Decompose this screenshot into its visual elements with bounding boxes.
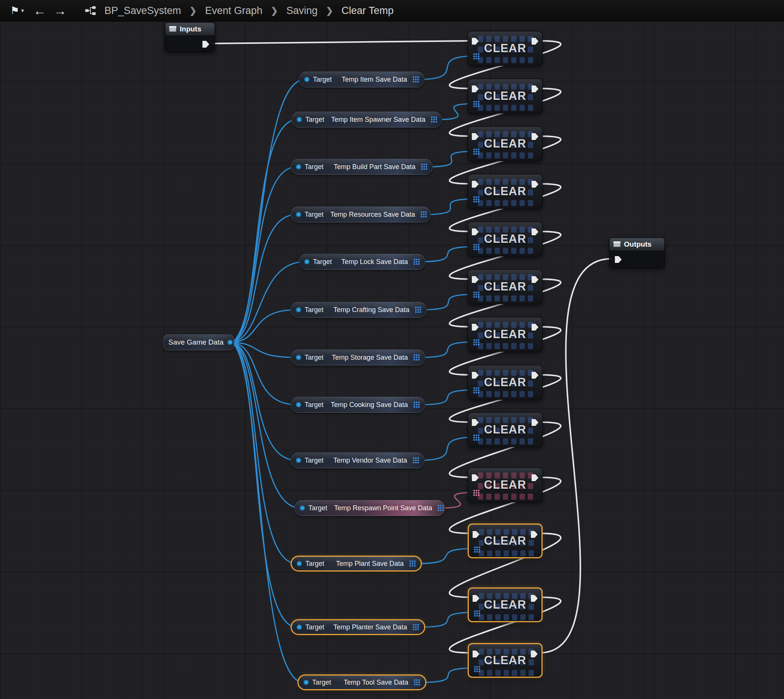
data-wire[interactable] bbox=[229, 342, 300, 508]
exec-out-pin[interactable] bbox=[202, 41, 209, 48]
target-in-pin[interactable] bbox=[304, 259, 310, 264]
exec-wire[interactable] bbox=[213, 41, 471, 43]
target-in-pin[interactable] bbox=[297, 624, 302, 630]
data-out-pin[interactable] bbox=[227, 340, 233, 345]
outputs-node-title: Outputs bbox=[624, 240, 651, 248]
clear-array-node-8[interactable]: CLEAR bbox=[468, 412, 543, 447]
clear-array-node-3[interactable]: CLEAR bbox=[468, 174, 543, 209]
clear-array-node-7[interactable]: CLEAR bbox=[468, 365, 543, 400]
target-in-pin[interactable] bbox=[297, 117, 302, 122]
target-pin-label: Target bbox=[305, 306, 323, 314]
get-temp-respawn-point-save-data[interactable]: Target Temp Respawn Point Save Data bbox=[294, 500, 445, 516]
save-game-data-node[interactable]: Save Game Data bbox=[164, 335, 234, 350]
clear-array-node-6[interactable]: CLEAR bbox=[468, 317, 543, 352]
clear-array-node-5[interactable]: CLEAR bbox=[468, 269, 543, 304]
clear-array-node-11[interactable]: CLEAR bbox=[468, 587, 543, 622]
array-out-pin[interactable] bbox=[409, 561, 416, 567]
target-in-pin[interactable] bbox=[303, 680, 309, 685]
array-out-pin[interactable] bbox=[414, 679, 420, 686]
variable-name: Temp Storage Save Data bbox=[332, 354, 408, 362]
array-out-pin[interactable] bbox=[414, 354, 420, 361]
clear-array-node-1[interactable]: CLEAR bbox=[468, 79, 543, 113]
clear-node-title: CLEAR bbox=[468, 468, 542, 502]
get-temp-resources-save-data[interactable]: Target Temp Resources Save Data bbox=[291, 207, 431, 222]
data-wire[interactable] bbox=[229, 119, 297, 342]
array-out-pin[interactable] bbox=[413, 76, 419, 83]
clear-array-node-0[interactable]: CLEAR bbox=[468, 31, 543, 66]
breadcrumb-item-event-graph[interactable]: Event Graph bbox=[205, 5, 263, 17]
array-out-pin[interactable] bbox=[413, 624, 419, 631]
target-in-pin[interactable] bbox=[296, 212, 301, 217]
get-temp-build-part-save-data[interactable]: Target Temp Build Part Save Data bbox=[291, 159, 433, 175]
clear-array-node-10[interactable]: CLEAR bbox=[468, 523, 543, 558]
clear-array-node-9[interactable]: CLEAR bbox=[468, 467, 543, 502]
array-out-pin[interactable] bbox=[414, 402, 420, 408]
get-temp-item-save-data[interactable]: Target Temp Item Save Data bbox=[299, 71, 424, 88]
clear-node-title: CLEAR bbox=[468, 127, 542, 161]
target-in-pin[interactable] bbox=[300, 505, 305, 511]
array-out-pin[interactable] bbox=[413, 457, 419, 464]
target-in-pin[interactable] bbox=[296, 458, 301, 463]
array-out-pin[interactable] bbox=[431, 116, 438, 123]
inputs-node[interactable]: Inputs bbox=[165, 22, 215, 52]
get-temp-planter-save-data[interactable]: Target Temp Planter Save Data bbox=[291, 619, 425, 635]
data-wire[interactable] bbox=[229, 214, 297, 342]
clear-node-title: CLEAR bbox=[468, 365, 542, 399]
get-temp-storage-save-data[interactable]: Target Temp Storage Save Data bbox=[291, 350, 425, 365]
clear-array-node-12[interactable]: CLEAR bbox=[468, 643, 543, 678]
target-pin-label: Target bbox=[305, 163, 323, 171]
target-in-pin[interactable] bbox=[304, 77, 310, 82]
array-out-pin[interactable] bbox=[438, 505, 444, 512]
back-button[interactable]: ← bbox=[30, 0, 50, 22]
blueprint-graph-canvas[interactable]: ⚑ ▾ ← → BP_SaveSystem ❯ Event Graph ❯ Sa… bbox=[0, 0, 784, 699]
target-in-pin[interactable] bbox=[296, 355, 301, 360]
target-in-pin[interactable] bbox=[296, 402, 301, 407]
target-pin-label: Target bbox=[313, 76, 332, 84]
data-wire[interactable] bbox=[416, 548, 476, 563]
chevron-down-icon: ▾ bbox=[21, 7, 24, 14]
array-out-pin[interactable] bbox=[421, 212, 427, 218]
bookmark-button[interactable]: ⚑ ▾ bbox=[5, 0, 30, 22]
exec-in-pin[interactable] bbox=[615, 256, 622, 263]
outputs-node[interactable]: Outputs bbox=[609, 237, 665, 268]
variable-name: Temp Lock Save Data bbox=[341, 258, 408, 266]
array-out-pin[interactable] bbox=[415, 307, 421, 313]
breadcrumb-separator: ❯ bbox=[190, 6, 197, 16]
clear-node-title: CLEAR bbox=[468, 79, 542, 113]
target-in-pin[interactable] bbox=[296, 307, 301, 312]
variable-name: Temp Item Spawner Save Data bbox=[331, 116, 425, 124]
breadcrumb-item-clear-temp[interactable]: Clear Temp bbox=[341, 5, 394, 17]
tunnel-icon bbox=[169, 26, 176, 32]
target-in-pin[interactable] bbox=[296, 164, 301, 169]
get-temp-plant-save-data[interactable]: Target Temp Plant Save Data bbox=[291, 556, 422, 571]
breadcrumb-separator: ❯ bbox=[326, 6, 333, 16]
variable-name: Temp Tool Save Data bbox=[343, 679, 408, 687]
clear-node-title: CLEAR bbox=[468, 31, 542, 65]
get-temp-crafting-save-data[interactable]: Target Temp Crafting Save Data bbox=[291, 302, 427, 318]
clear-array-node-4[interactable]: CLEAR bbox=[468, 222, 543, 257]
inputs-node-header: Inputs bbox=[165, 23, 215, 36]
breadcrumb-separator: ❯ bbox=[270, 6, 278, 16]
get-temp-cooking-save-data[interactable]: Target Temp Cooking Save Data bbox=[291, 397, 425, 412]
array-out-pin[interactable] bbox=[414, 259, 420, 265]
get-temp-lock-save-data[interactable]: Target Temp Lock Save Data bbox=[299, 254, 425, 270]
get-temp-vendor-save-data[interactable]: Target Temp Vendor Save Data bbox=[291, 452, 424, 468]
get-temp-tool-save-data[interactable]: Target Temp Tool Save Data bbox=[297, 674, 426, 690]
array-out-pin[interactable] bbox=[421, 164, 428, 170]
clear-array-node-2[interactable]: CLEAR bbox=[468, 126, 543, 161]
get-temp-item-spawner-save-data[interactable]: Target Temp Item Spawner Save Data bbox=[291, 112, 442, 128]
tunnel-icon bbox=[613, 241, 620, 247]
breadcrumb-item-blueprint[interactable]: BP_SaveSystem bbox=[104, 5, 181, 17]
target-pin-label: Target bbox=[305, 211, 323, 219]
target-in-pin[interactable] bbox=[297, 561, 302, 566]
bookmark-icon: ⚑ bbox=[10, 5, 19, 17]
clear-node-title: CLEAR bbox=[469, 525, 542, 557]
variable-name: Temp Crafting Save Data bbox=[333, 306, 409, 314]
forward-arrow-icon: → bbox=[54, 4, 66, 17]
target-pin-label: Target bbox=[312, 679, 331, 687]
breadcrumb-item-saving[interactable]: Saving bbox=[287, 5, 318, 17]
clear-node-title: CLEAR bbox=[468, 174, 542, 209]
exec-wire[interactable] bbox=[540, 259, 612, 653]
target-pin-label: Target bbox=[305, 623, 324, 631]
forward-button[interactable]: → bbox=[50, 0, 70, 22]
